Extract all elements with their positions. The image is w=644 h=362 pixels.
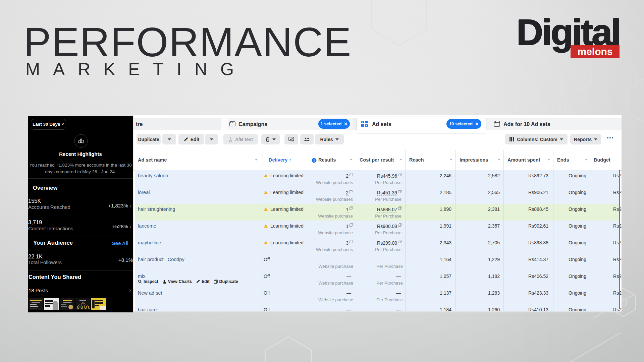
svg-text:U U U U: U U U U [77, 305, 90, 309]
